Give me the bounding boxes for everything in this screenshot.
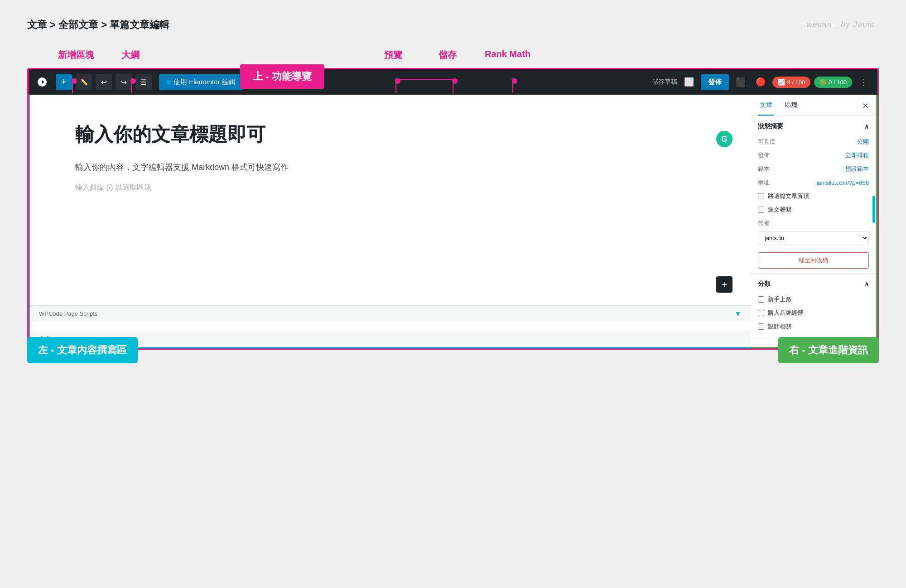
wpcode-label: WPCode Page Scripts [39, 310, 97, 317]
wp-logo[interactable] [34, 74, 50, 90]
add-block-button[interactable]: + [56, 74, 72, 90]
sidebar-close-button[interactable]: ✕ [862, 95, 869, 116]
tools-button[interactable]: ✏️ [76, 74, 92, 90]
ann-line-yulan [395, 78, 396, 93]
publish-button[interactable]: 發佈 [701, 74, 729, 90]
cat2-row: 購入品牌經營 [751, 306, 876, 320]
preview-button[interactable]: ⬜ [681, 74, 697, 90]
right-area-label: 右 - 文章進階資訊 [778, 337, 879, 363]
rank-math-seo-badge[interactable]: 📈 9 / 100 [772, 77, 810, 88]
annotation-rankmath: Rank Math [485, 49, 530, 59]
ann-line-h-preview [395, 79, 453, 80]
article-content[interactable]: 輸入你的內容，文字編輯器支援 Markdown 格式可快速寫作 [75, 161, 705, 174]
newsletter-label: 送文署聞 [768, 206, 791, 214]
annotation-xinzeng: 新增區塊 [58, 49, 94, 61]
ann-line-rankmath [512, 78, 513, 93]
settings-panel-button[interactable]: ⬛ [733, 74, 749, 90]
floating-add-block[interactable]: + [716, 276, 733, 293]
trending-icon: 📈 [778, 79, 785, 86]
left-editor: G 輸入你的文章標題即可 輸入你的內容，文字編輯器支援 Markdown 格式可… [29, 95, 751, 348]
ann-line-v-shuncun [453, 79, 453, 93]
ann-line-dagang [131, 78, 132, 93]
rank-math-readability-badge[interactable]: 🟢 0 / 100 [814, 77, 852, 88]
category-section: 分類 ∧ 新手上路 購入品牌經營 設計相關 [751, 274, 876, 338]
author-select[interactable]: janis.liu [758, 231, 869, 245]
tab-block[interactable]: 區塊 [783, 95, 800, 116]
article-title[interactable]: 輸入你的文章標題即可 [75, 122, 705, 147]
template-row: 範本 預設範本 [751, 162, 876, 176]
annotation-dagang: 大綱 [121, 49, 140, 61]
wpcode-bar: WPCode Page Scripts ▼ [30, 305, 751, 322]
toolbar-right: 儲存草稿 ⬜ 發佈 ⬛ 🔴 📈 9 / 100 🟢 0 / 100 ⋮ [652, 74, 872, 90]
cat3-row: 設計相關 [751, 320, 876, 333]
sidebar-scrollbar[interactable] [872, 196, 875, 223]
circle-icon: 🟢 [819, 79, 827, 86]
category-section-title: 分類 [758, 280, 771, 288]
category-collapse-icon: ∧ [864, 280, 869, 288]
cat1-checkbox[interactable] [758, 296, 764, 303]
status-section-header[interactable]: 狀態摘要 ∧ [751, 116, 876, 135]
publish-value[interactable]: 立即排程 [845, 151, 869, 159]
author-label: 作者 [751, 217, 876, 228]
more-options-button[interactable]: ⋮ [856, 74, 872, 90]
status-section-title: 狀態摘要 [758, 122, 783, 130]
watermark: wecan＿by Janis [806, 19, 874, 30]
template-label: 範本 [758, 165, 770, 173]
list-view-button[interactable]: ☰ [135, 74, 152, 90]
annotation-shuncun: 儲存 [439, 49, 457, 61]
url-row: 網址 janisliu.com/?p=856 [751, 176, 876, 189]
trash-button[interactable]: 移至回收桶 [758, 252, 869, 269]
cat1-label: 新手上路 [768, 295, 791, 304]
newsletter-row: 送文署聞 [751, 203, 876, 217]
redo-button[interactable]: ↪ [116, 74, 132, 90]
tab-article[interactable]: 文章 [758, 95, 774, 116]
elementor-button[interactable]: 使用 Elementor 編輯 [159, 74, 243, 90]
editor-wrapper: + ✏️ ↩ ↪ ☰ 使用 Elementor 編輯 儲存草稿 ⬜ 發佈 ⬛ 🔴… [27, 68, 879, 350]
sticky-checkbox[interactable] [758, 193, 764, 199]
annotation-yulan: 預覽 [384, 49, 402, 61]
sticky-label: 將這篇文章置頂 [768, 192, 809, 200]
breadcrumb: 文章 > 全部文章 > 單篇文章編輯 [27, 18, 879, 32]
cat3-checkbox[interactable] [758, 323, 764, 330]
left-area-label: 左 - 文章內容撰寫區 [27, 337, 138, 363]
visibility-row: 可見度 公開 [751, 135, 876, 149]
info-button[interactable]: 🔴 [752, 74, 769, 90]
top-nav-label: 上 - 功能導覽 [240, 64, 324, 89]
slash-hint: 輸入斜線 (/) 以選取區塊 [75, 183, 705, 193]
cat1-row: 新手上路 [751, 293, 876, 306]
save-draft-button[interactable]: 儲存草稿 [652, 78, 677, 86]
status-collapse-icon: ∧ [864, 123, 869, 130]
newsletter-checkbox[interactable] [758, 207, 764, 213]
right-sidebar: 文章 區塊 ✕ 狀態摘要 ∧ 可見度 公開 發佈 立即排程 [751, 95, 877, 348]
cat2-label: 購入品牌經營 [768, 309, 803, 317]
cat3-label: 設計相關 [768, 323, 791, 331]
publish-row: 發佈 立即排程 [751, 149, 876, 162]
sidebar-tabs: 文章 區塊 ✕ [751, 95, 876, 116]
status-section: 狀態摘要 ∧ 可見度 公開 發佈 立即排程 範本 預設範本 網址 j [751, 116, 876, 274]
template-value[interactable]: 預設範本 [845, 165, 869, 173]
url-label: 網址 [758, 178, 770, 187]
elementor-dot [166, 80, 171, 84]
publish-label: 發佈 [758, 151, 770, 159]
wpcode-arrow: ▼ [734, 310, 742, 318]
url-value[interactable]: janisliu.com/?p=856 [817, 179, 869, 186]
visibility-label: 可見度 [758, 138, 776, 146]
sticky-row: 將這篇文章置頂 [751, 189, 876, 203]
elementor-label: 使用 Elementor 編輯 [173, 78, 236, 87]
undo-button[interactable]: ↩ [96, 74, 112, 90]
content-area: G 輸入你的文章標題即可 輸入你的內容，文字編輯器支援 Markdown 格式可… [29, 95, 877, 348]
ann-line-xinzeng [72, 78, 73, 93]
category-section-header[interactable]: 分類 ∧ [751, 274, 876, 293]
cat2-checkbox[interactable] [758, 310, 764, 316]
rank-math-score2: 0 / 100 [829, 79, 847, 86]
rank-math-score1: 9 / 100 [787, 79, 805, 86]
grammarly-icon: G [716, 131, 733, 147]
editor-body: G 輸入你的文章標題即可 輸入你的內容，文字編輯器支援 Markdown 格式可… [30, 95, 751, 220]
visibility-value[interactable]: 公開 [857, 138, 869, 146]
